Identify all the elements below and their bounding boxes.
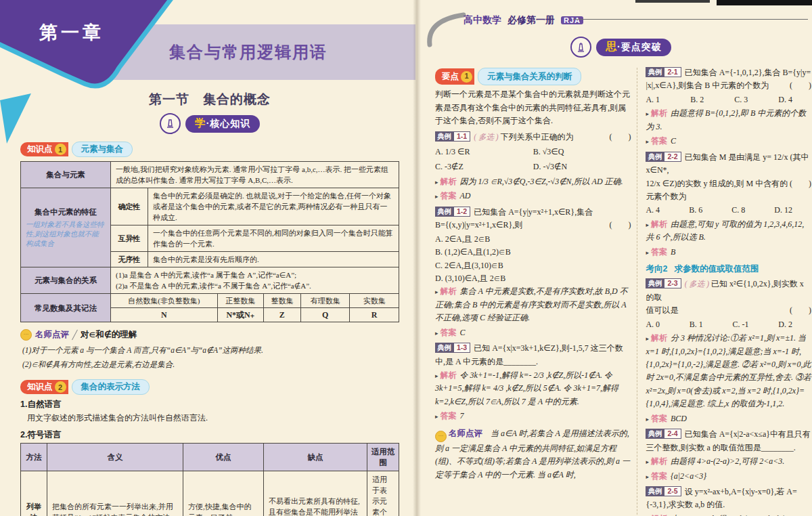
example-number: 2-2	[664, 152, 681, 162]
point1-tag: 要点	[442, 70, 459, 83]
analysis-label: 解析	[651, 108, 667, 118]
answer-line: ▸答案C	[435, 326, 631, 339]
example-tag: 典例	[646, 429, 664, 439]
answer-label: 答案	[441, 328, 457, 337]
natural-language-heading: 1.自然语言	[20, 399, 399, 410]
table1-row1-label: 集合与元素	[21, 162, 111, 188]
comment-lines: (1)对于一个元素 a 与一个集合 A 而言,只有“a∈A”与“a∉A”这两种结…	[22, 343, 399, 371]
kp2-number: 2	[55, 381, 66, 393]
number-set-header: 整数集	[263, 294, 300, 308]
study-badge-rest: ·核心知识	[206, 118, 251, 129]
analysis-line: ▸解析由 y=x²-ax+b,得 A={x|y-x=0}={x|x²-	[646, 513, 811, 516]
example-tag: 典例	[646, 278, 664, 288]
left-page-body: 第一节 集合的概念 学·核心知识 知识点1 元素与集合 集合与元素 一般地,我们…	[20, 91, 399, 516]
answer-paren: ( )	[790, 79, 811, 92]
textbook-spread: 集合与常用逻辑用语 第一章 第一节 集合的概念 学·核心知识 知识点1 元素与集…	[0, 0, 812, 516]
options: A. 1/3 ∈RB. √3∈Q C. -3∉ZD. -√3∉N	[435, 146, 631, 174]
knowledge-point-1-badge: 知识点1 元素与集合	[20, 142, 399, 157]
property-3-name: 无序性	[111, 252, 148, 267]
teacher-comment-label: 名师点评	[449, 429, 482, 438]
example-tag: 典例	[435, 207, 453, 217]
kp2-tag: 知识点	[27, 381, 53, 393]
example-tag: 典例	[646, 152, 664, 162]
point1-title: 元素与集合关系的判断	[478, 68, 581, 85]
book-title: 必修第一册	[508, 14, 555, 26]
kp1-number: 1	[55, 144, 66, 155]
multi-choice-flag: ( 多选 )	[474, 133, 498, 141]
table2-header: 缺点	[264, 444, 367, 471]
table2-header: 含义	[47, 444, 183, 471]
teacher-comment-label: 名师点评	[35, 329, 69, 341]
symbolic-language-heading: 2.符号语言	[20, 429, 399, 441]
table1-row4-label: 常见数集及其记法	[21, 294, 111, 322]
topic-2-title: 求参数的值或取值范围	[674, 264, 759, 274]
example-1-2: 典例1-2已知集合 A={y|y=x²+1,x∈R},集合 B={(x,y)|y…	[435, 206, 631, 339]
analysis-line: ▸解析分 3 种情况讨论:①若 x²=1,则 x=±1. 当 x=1 时,{1,…	[646, 332, 811, 411]
answer-value: AD	[460, 191, 471, 200]
answer-paren: ( )	[609, 219, 631, 232]
answer-value: 7	[460, 411, 464, 421]
answer-paren: ( )	[790, 177, 811, 204]
answer-value: BCD	[671, 414, 687, 423]
property-2-text: 一个集合中的任意两个元素是不同的,相同的对象归入同一个集合时只能算作集合的一个元…	[148, 225, 399, 252]
example-number: 1-1	[453, 131, 470, 142]
analysis-label: 解析	[441, 177, 457, 186]
think-badge-row: 思·要点突破	[570, 37, 671, 58]
analysis-label: 解析	[651, 456, 667, 466]
example-1-3: 典例1-3已知 A={x|x=3k+1,k∈Z},则-1,5,7 这三个数中,是…	[435, 342, 631, 423]
teacher-comment-left: ··· 名师点评 对∈和∉的理解	[20, 329, 399, 341]
example-2-3: 典例2-3( 多选 )已知 x²∈{1,0,2x},则实数 x 的取 值可以是(…	[646, 278, 811, 425]
section-title: 第一节 集合的概念	[20, 91, 399, 108]
study-badge: 学·核心知识	[185, 115, 261, 133]
edition-badge: RJA	[561, 16, 583, 24]
options: A. 1B. 2 C. 3D. 4	[646, 93, 811, 106]
answer-line: ▸答案C	[646, 135, 811, 148]
table2-header: 适用范围	[367, 444, 399, 471]
example-tag: 典例	[646, 486, 664, 496]
example-tag: 典例	[435, 343, 453, 353]
question-text: |x|,x∈A},则集合 B 中元素的个数为	[646, 79, 769, 92]
point1-intro: 判断一个元素是不是某个集合中的元素就是判断这个元素是否具有这个集合中的元素的共同…	[435, 88, 631, 127]
scan-edge-mark	[717, 0, 812, 5]
example-2-4: 典例2-4已知集合 A={x|2-a<x≤a}中有且只有三个整数,则实数 a 的…	[646, 428, 811, 483]
answer-line: ▸答案{a|2<a<3}	[646, 470, 811, 483]
analysis-label: 解析	[441, 286, 457, 296]
question-text: 已知集合 A={y|y=x²+1,x∈R},集合	[474, 207, 593, 217]
analysis-label: 解析	[441, 370, 457, 380]
lighthouse-icon	[570, 37, 591, 58]
analysis-label: 解析	[651, 219, 667, 229]
property-3-text: 集合中的元素是没有先后顺序的.	[148, 252, 399, 267]
table2-header: 方法	[21, 444, 47, 471]
page-header: 高中数学 必修第一册 RJA	[464, 14, 583, 26]
answer-value: B	[671, 247, 675, 257]
example-1-1: 典例1-1( 多选 )下列关系中正确的为 ( ) A. 1/3 ∈RB. √3∈…	[435, 131, 631, 203]
think-badge-lead: 思	[606, 41, 617, 52]
property-1-name: 确定性	[111, 188, 148, 225]
number-set-header: 实数集	[350, 294, 399, 308]
teacher-comment-icon: ···	[435, 431, 447, 442]
number-set-header: 自然数集(非负整数集)	[111, 294, 217, 308]
question-text: B={(x,y)|y=x²+1,x∈R},则	[435, 219, 522, 232]
natural-language-text: 用文字叙述的形式描述集合的方法叫作自然语言法.	[27, 412, 399, 424]
example-number: 2-5	[664, 486, 681, 496]
answer-line: ▸答案B	[646, 246, 811, 259]
table1-row3-label: 元素与集合的关系	[21, 267, 111, 294]
teacher-comment-right: ···名师点评 当 a∈A 时,若集合 A 是用描述法表示的,则 a 一定满足集…	[435, 427, 631, 481]
answer-label: 答案	[651, 247, 667, 257]
header-rule	[573, 19, 808, 20]
answer-line: ▸答案AD	[435, 190, 631, 202]
study-badge-lead: 学	[195, 117, 206, 129]
options: A. 2∈A,且 2∈BB. (1,2)∈A,且(1,2)∈B C. 2∈A,且…	[435, 233, 631, 286]
analysis-line: ▸解析由题意,可知 y 可取的值为 1,2,3,4,6,12,共 6 个,所以选…	[646, 218, 811, 244]
answer-label: 答案	[441, 411, 457, 421]
number-set-header: 正整数集	[217, 294, 263, 308]
study-badge-row: 学·核心知识	[20, 113, 399, 134]
analysis-line: ▸解析集合 A 中元素是实数,不是有序实数对,故 B,D 不正确;集合 B 中的…	[435, 285, 631, 324]
representation-methods-table: 方法 含义 优点 缺点 适用范围 列举法 把集合的所有元素一一列举出来,并用花括…	[20, 443, 399, 516]
scan-edge-mark	[635, 0, 710, 3]
number-set-symbol: Z	[263, 308, 300, 322]
example-number: 2-1	[664, 67, 681, 77]
handwritten-note: 一组对象若不具备这些特性,则这组对象也就不能构成集合	[26, 220, 106, 249]
example-number: 1-2	[453, 207, 470, 217]
answer-line: ▸答案7	[435, 410, 631, 423]
